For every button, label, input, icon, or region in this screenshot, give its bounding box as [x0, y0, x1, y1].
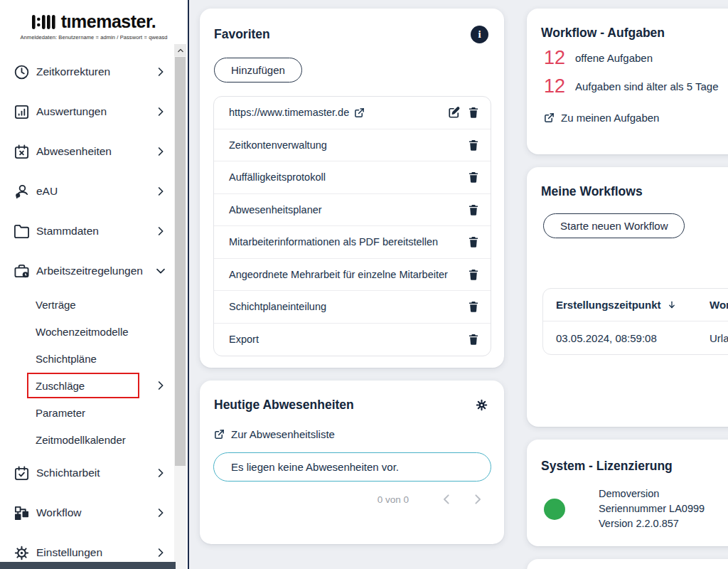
favorites-title: Favoriten [214, 27, 270, 42]
workflow-table-row[interactable]: 03.05.2024, 08:59:08 Urlaubsantrag [543, 321, 728, 354]
subitem-label: Zuschläge [36, 380, 155, 392]
chevron-right-icon [155, 547, 166, 558]
column-header-created[interactable]: Erstellungszeitpunkt [543, 299, 710, 311]
trash-icon[interactable] [467, 300, 480, 313]
licensing-title: System - Lizenzierung [541, 459, 673, 474]
favorite-label: Abwesenheitsplaner [229, 204, 322, 216]
absence-list-link[interactable]: Zur Abwesenheitsliste [214, 428, 504, 440]
sidebar-item-auswertungen[interactable]: Auswertungen [0, 92, 188, 132]
gear-icon [14, 545, 30, 561]
open-tasks-label: offene Aufgaben [575, 52, 653, 64]
scrollbar-thumb[interactable] [175, 57, 186, 466]
sidebar-subitem-parameter[interactable]: Parameter [0, 399, 188, 426]
edit-icon[interactable] [448, 106, 461, 119]
sidebar-subitem-schichtplaene[interactable]: Schichtpläne [0, 345, 188, 372]
today-absences-title: Heutige Abwesenheiten [214, 398, 354, 413]
trash-icon[interactable] [467, 203, 480, 216]
license-status-indicator [544, 499, 565, 520]
favorite-row[interactable]: Export [214, 324, 491, 356]
add-favorite-button[interactable]: Hinzufügen [214, 58, 302, 83]
trash-icon[interactable] [467, 171, 480, 184]
absence-list-link-label: Zur Abwesenheitsliste [231, 428, 335, 440]
sidebar-item-workflow[interactable]: Workflow [0, 493, 188, 533]
sidebar-subitem-vertraege[interactable]: Verträge [0, 291, 188, 318]
workflows-table: Erstellungszeitpunkt Workflow 03.05.2024… [542, 288, 728, 355]
sidebar-subitem-zeitmodellkalender[interactable]: Zeitmodellkalender [0, 426, 188, 453]
chevron-right-icon [155, 146, 166, 157]
my-workflows-title: Meine Workflows [541, 184, 643, 199]
license-details: Demoversion Seriennummer LA0999 Version … [599, 486, 705, 531]
column-header-workflow[interactable]: Workflow [710, 299, 728, 311]
favorite-row[interactable]: Mitarbeiterinformationen als PDF bereits… [214, 226, 491, 259]
sidebar-item-arbeitszeitregelungen[interactable]: Arbeitszeitregelungen [0, 251, 188, 291]
favorite-label: Angeordnete Mehrarbeit für einzelne Mita… [229, 269, 448, 280]
column-header-label: Erstellungszeitpunkt [556, 299, 661, 311]
user-icon [14, 184, 30, 200]
chevron-right-icon [155, 507, 166, 519]
subitem-label: Schichtpläne [36, 353, 166, 365]
external-link-icon [354, 107, 365, 118]
favorites-list: https://www.timemaster.de Zeitkontenverw… [213, 96, 491, 356]
open-tasks-count: 12 [544, 47, 567, 69]
sidebar-item-stammdaten[interactable]: Stammdaten [0, 211, 188, 251]
info-icon[interactable] [471, 26, 488, 43]
absences-pagination: 0 von 0 [200, 493, 484, 506]
sidebar-item-label: Einstellungen [36, 546, 149, 559]
widget-settings-gear-icon[interactable] [475, 398, 488, 412]
my-tasks-link[interactable]: Zu meinen Aufgaben [544, 112, 728, 124]
pagination-next-icon[interactable] [471, 493, 484, 506]
workflow-type-cell: Urlaubsantrag [710, 332, 728, 344]
workflow-tasks-card: Workflow - Aufgaben 12 offene Aufgaben 1… [527, 9, 728, 154]
brand-logo-text: tımemaster. [61, 11, 156, 32]
favorite-row[interactable]: https://www.timemaster.de [214, 97, 491, 129]
sidebar-scrollbar[interactable] [174, 44, 186, 569]
favorite-row[interactable]: Zeitkontenverwaltung [214, 129, 491, 162]
sidebar-subitem-zuschlaege[interactable]: Zuschläge [0, 372, 188, 399]
favorite-row[interactable]: Angeordnete Mehrarbeit für einzelne Mita… [214, 259, 491, 292]
sidebar-item-schichtarbeit[interactable]: Schichtarbeit [0, 453, 188, 493]
favorite-row[interactable]: Abwesenheitsplaner [214, 194, 491, 227]
chevron-up-icon [177, 47, 184, 54]
licensing-card: System - Lizenzierung Demoversion Serien… [527, 440, 728, 546]
start-workflow-button[interactable]: Starte neuen Workflow [543, 213, 685, 238]
sidebar-item-label: eAU [36, 185, 149, 198]
bar-chart-icon [14, 104, 30, 120]
sidebar-item-abwesenheiten[interactable]: Abwesenheiten [0, 132, 188, 171]
trash-icon[interactable] [467, 268, 480, 281]
chevron-right-icon [155, 380, 166, 391]
sort-descending-icon[interactable] [667, 300, 677, 310]
sidebar-subitem-wochenzeitmodelle[interactable]: Wochenzeitmodelle [0, 318, 188, 345]
subitem-label: Zeitmodellkalender [36, 434, 166, 446]
sidebar-item-eau[interactable]: eAU [0, 171, 188, 211]
workflows-table-header: Erstellungszeitpunkt Workflow [543, 289, 728, 321]
sidebar-item-zeitkorrekturen[interactable]: Zeitkorrekturen [0, 52, 188, 92]
trash-icon[interactable] [467, 106, 480, 119]
sidebar-item-label: Workflow [36, 506, 149, 519]
pagination-prev-icon[interactable] [440, 493, 453, 506]
sidebar-item-label: Auswertungen [36, 105, 149, 118]
old-tasks-count: 12 [544, 75, 567, 97]
sidebar-item-label: Stammdaten [36, 225, 149, 238]
trash-icon[interactable] [467, 139, 480, 151]
favorite-label: Schichtplaneinteilung [229, 301, 326, 312]
favorite-row[interactable]: Auffälligkeitsprotokoll [214, 161, 491, 194]
briefcase-clock-icon [14, 263, 30, 280]
old-tasks-stat: 12 Aufgaben sind älter als 5 Tage [527, 75, 728, 97]
workflow-tasks-title: Workflow - Aufgaben [541, 26, 665, 41]
sidebar-item-label: Zeitkorrekturen [36, 65, 149, 78]
favorite-row[interactable]: Schichtplaneinteilung [214, 291, 491, 324]
my-workflows-card: Meine Workflows Starte neuen Workflow Er… [527, 167, 728, 427]
chevron-down-icon [155, 265, 166, 277]
timemaster-logo-icon [32, 14, 56, 31]
scrollbar-up-button[interactable] [174, 44, 186, 56]
next-card-partial [527, 559, 728, 569]
workflow-created-cell: 03.05.2024, 08:59:08 [556, 332, 657, 344]
trash-icon[interactable] [467, 235, 480, 248]
chevron-right-icon [155, 106, 166, 117]
workflow-icon [14, 505, 30, 521]
open-tasks-stat: 12 offene Aufgaben [527, 47, 728, 69]
external-link-icon [544, 112, 555, 123]
license-edition: Demoversion [599, 486, 705, 501]
folder-icon [14, 223, 30, 240]
trash-icon[interactable] [467, 333, 480, 346]
